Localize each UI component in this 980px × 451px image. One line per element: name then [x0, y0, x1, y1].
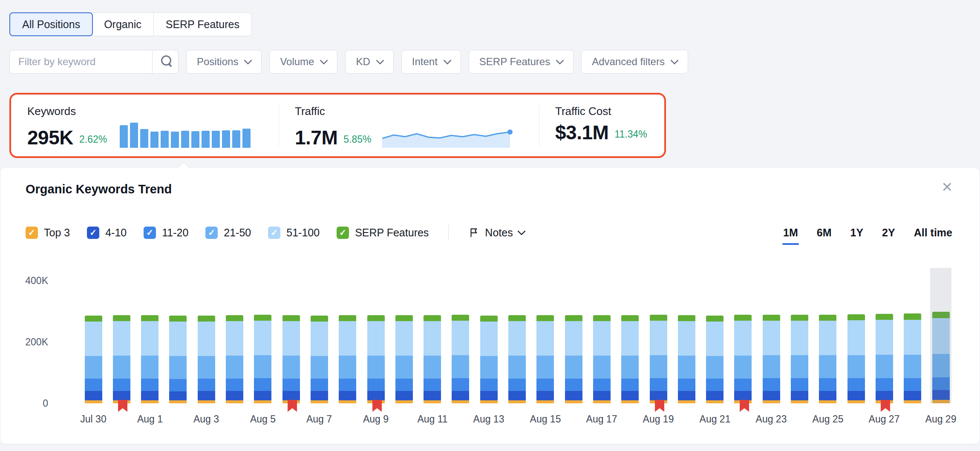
kd-dropdown[interactable]: KD [345, 50, 393, 74]
trend-bar-aug-23[interactable] [763, 315, 780, 403]
legend-checkbox[interactable]: ✓ [144, 227, 156, 239]
trend-bar-aug-8[interactable] [339, 315, 356, 403]
advanced-filters-dropdown[interactable]: Advanced filters [581, 50, 688, 74]
bar-segment [650, 391, 667, 400]
bar-segment [706, 322, 723, 356]
range-2y[interactable]: 2Y [882, 227, 895, 239]
trend-bar-aug-27[interactable] [876, 314, 893, 403]
note-flag-icon[interactable] [881, 400, 890, 412]
serp-features-dropdown[interactable]: SERP Features [469, 50, 574, 74]
y-axis-label: 200K [16, 336, 48, 348]
legend-item-11-20[interactable]: ✓ 11-20 [144, 227, 188, 239]
checkmark-icon: ✓ [339, 228, 346, 237]
bar-segment [847, 378, 865, 391]
trend-bar-aug-7[interactable] [311, 316, 328, 403]
keyword-filter-input[interactable] [9, 50, 152, 74]
bar-segment [876, 314, 893, 320]
legend-item-21-50[interactable]: ✓ 21-50 [205, 227, 251, 239]
trend-bar-aug-25[interactable] [819, 315, 836, 403]
x-axis-label: Aug 21 [687, 414, 743, 425]
trend-bar-aug-14[interactable] [508, 315, 526, 403]
bar-segment [678, 356, 695, 379]
x-axis-label: Aug 3 [179, 414, 234, 425]
trend-bar-jul-31[interactable] [113, 315, 130, 403]
bar-segment [678, 321, 695, 356]
trend-bar-aug-11[interactable] [424, 315, 441, 403]
trend-bar-aug-6[interactable] [282, 315, 300, 403]
bar-segment [734, 321, 752, 356]
trend-bar-aug-19[interactable] [650, 315, 667, 403]
range-1y[interactable]: 1Y [850, 227, 864, 239]
legend-item-4-10[interactable]: ✓ 4-10 [87, 227, 127, 239]
volume-dropdown[interactable]: Volume [269, 50, 337, 74]
close-icon[interactable]: × [942, 178, 952, 196]
trend-bar-aug-2[interactable] [169, 316, 187, 403]
trend-bar-aug-15[interactable] [536, 315, 554, 403]
note-flag-icon[interactable] [118, 400, 127, 412]
legend-checkbox[interactable]: ✓ [26, 227, 38, 239]
legend-item-51-100[interactable]: ✓ 51-100 [268, 227, 320, 239]
bar-segment [311, 322, 328, 356]
trend-bar-aug-3[interactable] [198, 316, 215, 403]
trend-bar-aug-13[interactable] [480, 316, 498, 403]
x-axis-label: Aug 23 [744, 414, 799, 425]
trend-bar-aug-24[interactable] [791, 315, 808, 403]
note-flag-icon[interactable] [655, 400, 664, 412]
trend-bar-aug-28[interactable] [904, 313, 921, 403]
legend-checkbox[interactable]: ✓ [205, 227, 218, 239]
bar-segment [424, 321, 441, 356]
trend-bar-aug-22[interactable] [734, 315, 752, 403]
intent-dropdown[interactable]: Intent [401, 50, 461, 74]
tab-all-positions[interactable]: All Positions [9, 12, 93, 36]
bar-segment [452, 400, 469, 403]
x-axis-label: Aug 5 [235, 414, 291, 425]
note-flag-icon[interactable] [740, 400, 749, 412]
trend-bar-aug-20[interactable] [678, 315, 695, 403]
range-1m[interactable]: 1M [783, 227, 798, 239]
x-axis-label: Aug 25 [800, 414, 856, 425]
bar-segment [226, 356, 243, 379]
bar-segment [311, 400, 328, 403]
metric-traffic[interactable]: Traffic 1.7M 5.85% [295, 95, 533, 156]
notes-dropdown[interactable]: Notes [468, 227, 524, 239]
trend-bar-aug-4[interactable] [226, 315, 243, 403]
metric-keywords[interactable]: Keywords 295K 2.62% [27, 95, 274, 156]
bar-segment [904, 313, 921, 320]
legend-item-top-3[interactable]: ✓ Top 3 [26, 227, 70, 239]
trend-bar-aug-16[interactable] [565, 315, 582, 403]
bar-segment [565, 379, 582, 391]
range-all-time[interactable]: All time [914, 227, 952, 239]
trend-bar-aug-1[interactable] [141, 315, 159, 403]
trend-bar-aug-21[interactable] [706, 316, 723, 403]
trend-bar-aug-26[interactable] [847, 314, 865, 403]
tab-organic[interactable]: Organic [92, 12, 154, 36]
trend-bar-aug-9[interactable] [367, 315, 385, 403]
note-flag-icon[interactable] [372, 400, 382, 412]
panel-title: Organic Keywords Trend [26, 182, 172, 196]
search-button[interactable] [152, 50, 179, 74]
trend-bar-jul-30[interactable] [85, 316, 102, 403]
legend-item-serp-features[interactable]: ✓ SERP Features [337, 227, 429, 239]
bar-segment [734, 391, 752, 400]
bar-segment [734, 315, 752, 321]
bar-segment [424, 379, 441, 391]
bar-segment [763, 315, 780, 321]
trend-bar-aug-10[interactable] [395, 315, 413, 403]
legend-checkbox[interactable]: ✓ [337, 227, 349, 239]
range-6m[interactable]: 6M [817, 227, 832, 239]
trend-bar-aug-17[interactable] [593, 315, 611, 403]
trend-bar-aug-5[interactable] [254, 315, 271, 403]
trend-bar-aug-12[interactable] [452, 315, 469, 403]
bar-segment [763, 378, 780, 391]
x-axis-label: Aug 29 [913, 414, 968, 425]
trend-bar-aug-18[interactable] [621, 315, 639, 403]
metric-value: 295K [27, 127, 73, 148]
metric-traffic-cost[interactable]: Traffic Cost $3.1M 11.34% [555, 95, 662, 156]
metric-change: 5.85% [343, 134, 371, 145]
legend-checkbox[interactable]: ✓ [268, 227, 280, 239]
tab-serp-features[interactable]: SERP Features [154, 12, 252, 36]
bar-segment [311, 379, 328, 391]
positions-dropdown[interactable]: Positions [186, 50, 262, 74]
legend-checkbox[interactable]: ✓ [87, 227, 99, 239]
note-flag-icon[interactable] [288, 400, 297, 412]
